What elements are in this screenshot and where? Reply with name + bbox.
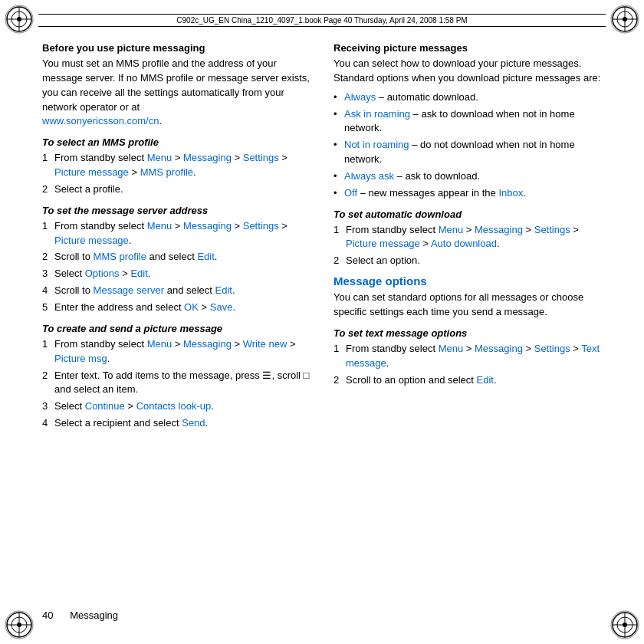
step-item: Select a profile. (42, 182, 310, 197)
step-item: From standby select Menu > Messaging > S… (42, 151, 310, 180)
section3-body: You can set standard options for all mes… (334, 291, 602, 320)
menu-link[interactable]: Menu (147, 220, 172, 232)
picture-msg-link[interactable]: Picture msg (54, 353, 107, 364)
step-item: Select a recipient and select Send. (42, 416, 310, 431)
step-item: Enter text. To add items to the message,… (42, 369, 310, 398)
subsection4-steps: From standby select Menu > Messaging > S… (334, 223, 602, 269)
menu-link[interactable]: Menu (147, 152, 172, 163)
subsection1-title: To select an MMS profile (42, 136, 310, 148)
subsection3-steps: From standby select Menu > Messaging > W… (42, 337, 310, 431)
always-ask-link[interactable]: Always ask (344, 170, 394, 182)
header-text: C902c_UG_EN China_1210_4097_1.book Page … (176, 16, 467, 25)
edit-link[interactable]: Edit (130, 268, 147, 279)
menu-link[interactable]: Menu (147, 338, 172, 350)
left-column: Before you use picture messaging You mus… (42, 42, 310, 602)
step-item: Scroll to an option and select Edit. (334, 373, 602, 388)
corner-decoration-tr (610, 4, 640, 34)
picture-message-link[interactable]: Picture message (346, 238, 420, 249)
settings-link[interactable]: Settings (243, 152, 279, 163)
list-item: Always ask – ask to download. (334, 169, 602, 184)
messaging-link[interactable]: Messaging (183, 338, 232, 350)
options-link[interactable]: Options (85, 268, 120, 279)
subsection5-title: To set text message options (334, 327, 602, 339)
messaging-link[interactable]: Messaging (183, 220, 232, 232)
section2-title: Receiving picture messages (334, 42, 602, 54)
edit-link[interactable]: Edit (477, 374, 494, 386)
ask-in-roaming-link[interactable]: Ask in roaming (344, 108, 410, 120)
subsection3-title: To create and send a picture message (42, 323, 310, 334)
section-receiving-picture-messages: Receiving picture messages You can selec… (334, 42, 602, 86)
step-item: Select Continue > Contacts look-up. (42, 399, 310, 414)
step-item: Enter the address and select OK > Save. (42, 301, 310, 315)
list-item: Ask in roaming – ask to download when no… (334, 107, 602, 136)
subsection2-title: To set the message server address (42, 205, 310, 216)
message-server-link[interactable]: Message server (94, 284, 164, 296)
step-item: From standby select Menu > Messaging > S… (334, 223, 602, 252)
off-link[interactable]: Off (344, 187, 357, 199)
continue-link[interactable]: Continue (85, 400, 125, 412)
subsection-auto-download: To set automatic download From standby s… (334, 209, 602, 269)
footer-section: Messaging (70, 610, 118, 621)
download-options-list: Always – automatic download. Ask in roam… (334, 90, 602, 201)
subsection-text-message-options: To set text message options From standby… (334, 327, 602, 388)
inbox-link[interactable]: Inbox (498, 187, 523, 199)
header-bar: C902c_UG_EN China_1210_4097_1.book Page … (38, 14, 606, 27)
step-item: From standby select Menu > Messaging > S… (42, 219, 310, 248)
subsection5-steps: From standby select Menu > Messaging > S… (334, 342, 602, 388)
subsection-set-server-address: To set the message server address From s… (42, 205, 310, 315)
send-link[interactable]: Send (182, 417, 205, 429)
right-column: Receiving picture messages You can selec… (334, 42, 602, 602)
sonyericsson-link[interactable]: www.sonyericsson.com/cn (42, 115, 159, 127)
subsection2-steps: From standby select Menu > Messaging > S… (42, 219, 310, 315)
write-new-link[interactable]: Write new (243, 338, 288, 350)
page-container: C902c_UG_EN China_1210_4097_1.book Page … (0, 0, 644, 644)
corner-decoration-br (610, 610, 640, 640)
contacts-lookup-link[interactable]: Contacts look-up (136, 400, 212, 412)
section3-title: Message options (334, 274, 602, 288)
step-item: From standby select Menu > Messaging > S… (334, 342, 602, 371)
section2-body: You can select how to download your pict… (334, 57, 602, 86)
subsection1-steps: From standby select Menu > Messaging > S… (42, 151, 310, 197)
footer: 40 Messaging (42, 610, 118, 621)
step-item: Select an option. (334, 254, 602, 268)
menu-link[interactable]: Menu (439, 343, 464, 354)
edit-link[interactable]: Edit (215, 284, 232, 296)
not-in-roaming-link[interactable]: Not in roaming (344, 139, 409, 150)
step-item: Scroll to Message server and select Edit… (42, 284, 310, 298)
subsection-select-mms-profile: To select an MMS profile From standby se… (42, 136, 310, 197)
step-item: Select Options > Edit. (42, 267, 310, 281)
ok-link[interactable]: OK (184, 301, 199, 313)
svg-point-4 (17, 17, 21, 21)
subsection4-title: To set automatic download (334, 209, 602, 220)
mms-profile-link[interactable]: MMS profile (94, 251, 146, 262)
step-item: From standby select Menu > Messaging > W… (42, 337, 310, 366)
messaging-link[interactable]: Messaging (475, 343, 523, 354)
always-link[interactable]: Always (344, 91, 376, 103)
section-before-picture-messaging: Before you use picture messaging You mus… (42, 42, 310, 129)
settings-link[interactable]: Settings (534, 224, 570, 235)
settings-link[interactable]: Settings (243, 220, 279, 232)
main-content: Before you use picture messaging You mus… (42, 42, 602, 602)
picture-message-link[interactable]: Picture message (54, 235, 129, 246)
section1-title: Before you use picture messaging (42, 42, 310, 54)
corner-decoration-tl (4, 4, 34, 34)
settings-link[interactable]: Settings (534, 343, 570, 354)
auto-download-link[interactable]: Auto download (431, 238, 497, 249)
picture-message-link[interactable]: Picture message (54, 166, 129, 178)
page-number: 40 (42, 610, 53, 621)
svg-point-16 (17, 623, 21, 627)
menu-link[interactable]: Menu (439, 224, 464, 235)
svg-point-10 (623, 17, 627, 21)
list-item: Not in roaming – do not download when no… (334, 138, 602, 167)
edit-link[interactable]: Edit (197, 251, 214, 262)
step-item: Scroll to MMS profile and select Edit. (42, 250, 310, 264)
list-item: Always – automatic download. (334, 90, 602, 105)
subsection-create-picture-message: To create and send a picture message Fro… (42, 323, 310, 431)
section-message-options: Message options You can set standard opt… (334, 274, 602, 320)
messaging-link[interactable]: Messaging (183, 152, 232, 163)
list-item: Off – new messages appear in the Inbox. (334, 186, 602, 201)
messaging-link[interactable]: Messaging (475, 224, 523, 235)
save-link[interactable]: Save (210, 301, 233, 313)
mms-profile-link[interactable]: MMS profile (140, 166, 193, 178)
corner-decoration-bl (4, 610, 34, 640)
